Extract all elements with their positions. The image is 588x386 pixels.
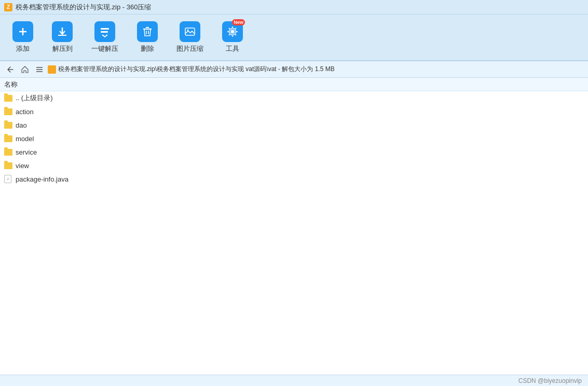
file-name-view: view [16, 162, 29, 170]
add-button[interactable]: 添加 [8, 18, 37, 57]
svg-point-8 [231, 30, 234, 33]
folder-icon-service [4, 148, 12, 156]
title-bar: Z 税务档案管理系统的设计与实现.zip - 360压缩 [0, 0, 588, 15]
onekey-button[interactable]: 一键解压 [87, 18, 122, 57]
file-item-dao[interactable]: dao [0, 118, 588, 132]
file-name-model: model [16, 135, 34, 143]
tools-button[interactable]: New 工具 [218, 18, 247, 57]
tools-label: 工具 [226, 44, 239, 53]
new-badge: New [232, 19, 245, 25]
onekey-label: 一键解压 [91, 44, 118, 53]
onekey-icon [94, 21, 115, 42]
extract-label: 解压到 [52, 44, 73, 53]
nav-list-button[interactable] [33, 63, 46, 76]
file-name-package-info: package-info.java [16, 175, 69, 183]
app-icon: Z [4, 3, 12, 11]
file-item-action[interactable]: action [0, 105, 588, 118]
tools-icon: New [222, 21, 243, 42]
status-bar: CSDN @biyezuopinvip [0, 375, 588, 386]
nav-back-button[interactable] [4, 63, 17, 76]
file-name-service: service [16, 148, 37, 156]
delete-label: 删除 [141, 44, 154, 53]
column-header: 名称 [0, 78, 588, 91]
toolbar: 添加 解压到 一键解压 [0, 15, 588, 61]
delete-button[interactable]: 删除 [133, 18, 162, 57]
file-item-service[interactable]: service [0, 145, 588, 159]
svg-rect-3 [101, 31, 108, 33]
file-name-dao: dao [16, 121, 27, 129]
file-item-package-info[interactable]: J package-info.java [0, 172, 588, 186]
image-compress-label: 图片压缩 [176, 44, 203, 53]
breadcrumb-icon [48, 65, 56, 74]
file-item-parent[interactable]: .. (上级目录) [0, 91, 588, 105]
java-file-icon: J [4, 175, 12, 183]
svg-rect-2 [101, 28, 109, 30]
breadcrumb-text: 税务档案管理系统的设计与实现.zip\税务档案管理系统的设计与实现 vat源码\… [58, 65, 335, 74]
watermark-text: CSDN @biyezuopinvip [518, 377, 582, 384]
file-name-parent: .. (上级目录) [16, 93, 53, 103]
image-icon [180, 21, 200, 42]
folder-icon-action [4, 107, 12, 116]
image-compress-button[interactable]: 图片压缩 [172, 18, 208, 57]
file-name-action: action [16, 108, 34, 116]
folder-icon [4, 94, 12, 102]
extract-button[interactable]: 解压到 [48, 18, 77, 57]
folder-icon-model [4, 134, 12, 143]
svg-rect-6 [185, 28, 195, 35]
delete-icon [137, 21, 158, 42]
file-item-view[interactable]: view [0, 159, 588, 172]
extract-icon [52, 21, 73, 42]
add-icon [12, 21, 33, 42]
nav-home-button[interactable] [19, 63, 31, 76]
folder-icon-dao [4, 121, 12, 129]
folder-icon-view [4, 161, 12, 170]
nav-bar: 税务档案管理系统的设计与实现.zip\税务档案管理系统的设计与实现 vat源码\… [0, 61, 588, 78]
file-list: .. (上级目录) action dao model service view [0, 91, 588, 375]
breadcrumb: 税务档案管理系统的设计与实现.zip\税务档案管理系统的设计与实现 vat源码\… [48, 65, 584, 74]
column-name-header: 名称 [4, 80, 18, 89]
window-title: 税务档案管理系统的设计与实现.zip - 360压缩 [16, 3, 151, 12]
file-item-model[interactable]: model [0, 132, 588, 145]
add-label: 添加 [16, 44, 30, 53]
svg-point-7 [187, 30, 189, 31]
